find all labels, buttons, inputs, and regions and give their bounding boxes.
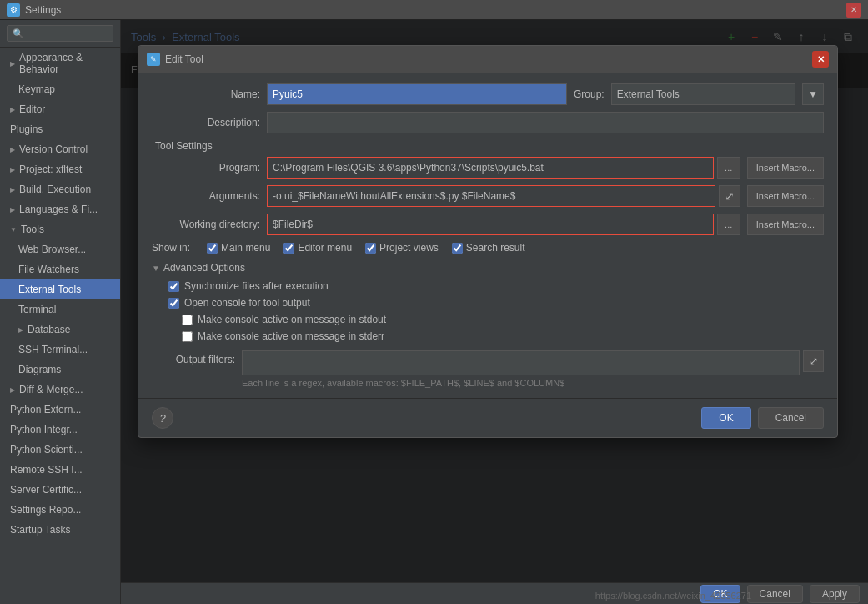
program-browse-btn[interactable]: ... (717, 157, 740, 179)
make-active-stdout-label: Make console active on message in stdout (198, 314, 386, 325)
search-result-checkbox-item[interactable]: Search result (452, 242, 525, 254)
advanced-options-header[interactable]: ▼ Advanced Options (152, 262, 824, 274)
sidebar-item-diagrams[interactable]: Diagrams (0, 360, 120, 380)
output-filters-expand-btn[interactable]: ⤢ (803, 350, 824, 372)
program-input-group: ... (267, 157, 740, 179)
sidebar-item-settings-repo[interactable]: Settings Repo... (0, 500, 120, 520)
help-button[interactable]: ? (152, 407, 173, 429)
sync-files-checkbox[interactable] (168, 281, 179, 292)
sidebar-item-tools[interactable]: Tools (0, 219, 120, 239)
group-label: Group: (574, 88, 605, 100)
program-row: Program: ... Insert Macro... (152, 157, 824, 179)
output-filters-label: Output filters: (152, 350, 235, 365)
make-active-stdout-checkbox[interactable] (182, 315, 193, 325)
status-bar: https://blog.csdn.net/weixin_42356271 OK… (121, 582, 868, 604)
search-result-checkbox[interactable] (452, 243, 463, 254)
sidebar-item-keymap[interactable]: Keymap (0, 79, 120, 99)
sidebar-item-diff-merge[interactable]: Diff & Merge... (0, 380, 120, 400)
editor-menu-checkbox[interactable] (283, 243, 294, 254)
sidebar-item-python-integr[interactable]: Python Integr... (0, 420, 120, 440)
sidebar-item-startup-tasks[interactable]: Startup Tasks (0, 520, 120, 540)
output-filters-input[interactable] (242, 350, 800, 375)
arguments-expand-btn[interactable]: ⤢ (719, 185, 740, 207)
advanced-arrow-icon: ▼ (152, 264, 160, 273)
open-console-label: Open console for tool output (184, 297, 310, 309)
footer-actions: OK Cancel (701, 407, 824, 429)
sidebar-item-appearance[interactable]: Appearance & Behavior (0, 48, 120, 79)
make-active-stderr-label: Make console active on message in stderr (198, 330, 384, 342)
main-menu-checkbox-item[interactable]: Main menu (207, 242, 270, 254)
sidebar-item-terminal[interactable]: Terminal (0, 299, 120, 320)
make-active-stdout-option: Make console active on message in stdout (152, 314, 824, 325)
dialog-icon: ✎ (147, 53, 160, 66)
sidebar-item-project[interactable]: Project: xfltest (0, 159, 120, 179)
output-filters-hint: Each line is a regex, available macros: … (242, 378, 824, 388)
name-group-row: Name: Group: ▼ (152, 83, 824, 105)
search-input[interactable] (7, 25, 113, 42)
project-views-checkbox[interactable] (365, 243, 376, 254)
tool-settings-label: Tool Settings (155, 140, 824, 152)
arguments-insert-macro-btn[interactable]: Insert Macro... (747, 185, 824, 207)
open-console-checkbox[interactable] (168, 298, 179, 309)
editor-menu-checkbox-item[interactable]: Editor menu (283, 242, 352, 254)
sidebar-item-languages[interactable]: Languages & Fi... (0, 199, 120, 219)
program-insert-macro-btn[interactable]: Insert Macro... (747, 157, 824, 179)
sidebar-item-python-extern[interactable]: Python Extern... (0, 400, 120, 420)
sync-files-label: Synchronize files after execution (184, 280, 329, 292)
sidebar-item-external-tools[interactable]: External Tools (0, 279, 120, 299)
dialog-body: Name: Group: ▼ Description: Tool Setting… (138, 73, 837, 398)
group-input[interactable] (611, 83, 795, 105)
dialog-cancel-button[interactable]: Cancel (758, 407, 824, 429)
description-label: Description: (152, 117, 260, 128)
output-filters-row: Output filters: ⤢ Each line is a regex, … (152, 350, 824, 388)
sidebar-item-file-watchers[interactable]: File Watchers (0, 259, 120, 279)
dialog-ok-button[interactable]: OK (701, 407, 750, 429)
sidebar-item-ssh-terminal[interactable]: SSH Terminal... (0, 340, 120, 360)
status-cancel-button[interactable]: Cancel (747, 585, 803, 603)
sidebar-item-remote-ssh[interactable]: Remote SSH I... (0, 460, 120, 480)
app-icon: ⚙ (7, 3, 20, 17)
watermark: https://blog.csdn.net/weixin_42356271 (595, 591, 751, 601)
show-in-row: Show in: Main menu Editor menu Project v… (152, 242, 824, 254)
make-active-stderr-checkbox[interactable] (182, 331, 193, 342)
sync-files-option: Synchronize files after execution (152, 280, 824, 292)
sidebar: Appearance & Behavior Keymap Editor Plug… (0, 20, 121, 604)
sidebar-item-server-certific[interactable]: Server Certific... (0, 480, 120, 500)
group-dropdown-btn[interactable]: ▼ (802, 83, 824, 105)
arguments-row: Arguments: ⤢ Insert Macro... (152, 185, 824, 207)
working-dir-input[interactable] (267, 214, 714, 235)
dialog-title: Edit Tool (165, 53, 812, 65)
sidebar-item-database[interactable]: Database (0, 320, 120, 340)
sidebar-item-build[interactable]: Build, Execution (0, 179, 120, 199)
name-label: Name: (152, 88, 260, 100)
name-input[interactable] (267, 83, 567, 105)
description-input[interactable] (267, 112, 824, 133)
working-dir-insert-macro-btn[interactable]: Insert Macro... (747, 214, 824, 235)
open-console-option: Open console for tool output (152, 297, 824, 309)
sidebar-search-container (0, 20, 120, 48)
sidebar-item-python-scienti[interactable]: Python Scienti... (0, 440, 120, 460)
working-dir-browse-btn[interactable]: ... (717, 214, 740, 235)
arguments-input[interactable] (267, 185, 715, 207)
project-views-checkbox-item[interactable]: Project views (365, 242, 439, 254)
working-dir-row: Working directory: ... Insert Macro... (152, 214, 824, 235)
program-input[interactable] (267, 157, 714, 179)
dialog-close-button[interactable]: ✕ (812, 51, 829, 68)
sidebar-item-plugins[interactable]: Plugins (0, 119, 120, 139)
description-row: Description: (152, 112, 824, 133)
title-bar: ⚙ Settings ✕ (0, 0, 868, 20)
edit-tool-dialog: ✎ Edit Tool ✕ Name: Group: ▼ (138, 45, 838, 438)
modal-overlay: ✎ Edit Tool ✕ Name: Group: ▼ (121, 20, 868, 604)
main-layout: Appearance & Behavior Keymap Editor Plug… (0, 20, 868, 604)
sidebar-item-editor[interactable]: Editor (0, 99, 120, 119)
advanced-options-label: Advanced Options (163, 262, 245, 274)
make-active-stderr-option: Make console active on message in stderr (152, 330, 824, 342)
main-menu-checkbox[interactable] (207, 243, 218, 254)
sidebar-item-version-control[interactable]: Version Control (0, 139, 120, 159)
sidebar-item-web-browsers[interactable]: Web Browser... (0, 239, 120, 259)
content-area: Tools › External Tools + − ✎ ↑ ↓ ⧉ Exter… (121, 20, 868, 604)
status-apply-button[interactable]: Apply (810, 585, 860, 603)
arguments-input-group: ⤢ (267, 185, 740, 207)
window-close-button[interactable]: ✕ (846, 3, 861, 18)
working-dir-label: Working directory: (152, 219, 260, 230)
